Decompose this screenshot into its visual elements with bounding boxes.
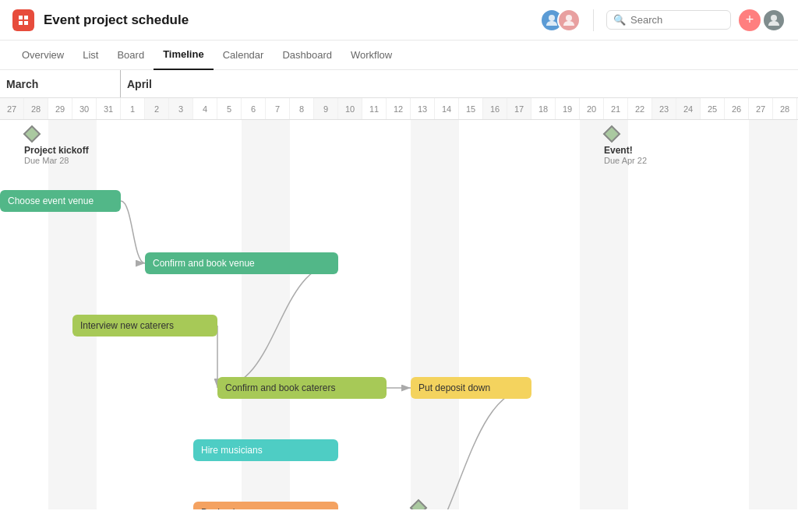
nav-item-calendar[interactable]: Calendar [214,41,274,70]
task-interview_caterers[interactable]: Interview new caterers [72,315,217,336]
task-put_deposit[interactable]: Put deposit down [411,377,531,399]
month-bar: March April [0,70,798,98]
month-march: March [0,70,121,97]
search-box[interactable]: 🔍 [606,10,731,30]
svg-rect-2 [19,21,23,25]
chart-area: Choose event venueConfirm and book venue… [0,120,798,509]
date-cell-11: 7 [266,98,290,119]
date-cell-31: 27 [749,98,773,119]
milestone-due-event: Due Apr 22 [604,156,647,165]
date-cell-25: 21 [604,98,628,119]
weekend-col-2 [48,120,72,509]
date-cell-13: 9 [314,98,338,119]
date-cell-20: 16 [483,98,507,119]
milestone-due-kickoff: Due Mar 28 [24,156,69,165]
search-icon: 🔍 [613,14,626,26]
date-cell-32: 28 [773,98,797,119]
svg-point-4 [549,15,555,21]
date-cell-12: 8 [290,98,314,119]
avatar-group [540,9,581,32]
date-cell-15: 11 [362,98,387,119]
milestone-label-event: Event! [604,145,633,156]
avatar-2 [557,9,581,32]
weekend-col-31 [749,120,773,509]
date-cell-23: 19 [556,98,580,119]
header-right: 🔍 + [540,9,786,32]
date-cell-0: 27 [0,98,24,119]
task-confirm_venue[interactable]: Confirm and book venue [145,252,338,274]
date-cell-30: 26 [725,98,749,119]
milestone-label-kickoff: Project kickoff [24,145,89,156]
svg-point-5 [566,15,572,21]
nav-item-list[interactable]: List [73,41,108,70]
date-cell-29: 25 [701,98,725,119]
svg-point-6 [771,15,777,21]
date-cell-14: 10 [338,98,362,119]
milestone-diamond-event [603,125,621,143]
milestone-event: Event!Due Apr 22 [604,128,647,165]
date-cell-24: 20 [580,98,604,119]
timeline-view: March April 2728293031123456789101112131… [0,70,798,509]
svg-rect-3 [24,21,28,25]
svg-rect-1 [24,16,28,19]
task-confirm_caterers[interactable]: Confirm and book caterers [217,377,387,399]
weekend-col-32 [773,120,797,509]
app-icon [12,9,34,31]
task-design_logo[interactable]: Design logo [193,502,338,509]
date-cell-6: 2 [145,98,169,119]
add-button[interactable]: + [739,9,761,31]
search-input[interactable] [630,14,724,26]
nav-item-timeline[interactable]: Timeline [154,41,214,70]
date-cell-7: 3 [169,98,193,119]
date-cell-2: 29 [48,98,72,119]
date-cell-21: 17 [507,98,531,119]
page-title: Event project schedule [44,12,540,28]
milestone-diamond-kickoff [23,125,41,143]
weekend-col-17 [411,120,435,509]
divider [593,9,594,31]
date-cell-8: 4 [193,98,217,119]
task-choose_venue[interactable]: Choose event venue [0,190,121,212]
avatar-3 [762,9,786,32]
weekend-col-24 [580,120,604,509]
weekend-col-18 [435,120,459,509]
nav-item-overview[interactable]: Overview [12,41,73,70]
month-april: April [121,70,798,97]
nav-item-workflow[interactable]: Workflow [341,41,401,70]
weekend-col-25 [604,120,628,509]
app-container: Event project schedule 🔍 + [0,0,798,509]
date-row: 2728293031123456789101112131415161718192… [0,98,798,120]
date-cell-27: 23 [652,98,676,119]
nav-item-dashboard[interactable]: Dashboard [273,41,341,70]
date-cell-26: 22 [628,98,652,119]
date-cell-18: 14 [435,98,459,119]
date-cell-9: 5 [217,98,242,119]
date-cell-17: 13 [411,98,435,119]
date-cell-5: 1 [121,98,145,119]
nav: Overview List Board Timeline Calendar Da… [0,41,798,70]
date-cell-3: 30 [72,98,97,119]
date-cell-1: 28 [24,98,48,119]
svg-rect-0 [19,16,23,19]
nav-item-board[interactable]: Board [108,41,154,70]
milestone-kickoff: Project kickoffDue Mar 28 [24,128,89,165]
header: Event project schedule 🔍 + [0,0,798,41]
milestone-begin_marketing: Begin event marketingDue Apr 14 [411,502,511,509]
task-hire_musicians[interactable]: Hire musicians [193,439,338,461]
date-cell-22: 18 [531,98,556,119]
date-cell-19: 15 [459,98,483,119]
date-cell-4: 31 [97,98,121,119]
date-cell-10: 6 [242,98,266,119]
date-cell-28: 24 [676,98,701,119]
date-cell-16: 12 [387,98,411,119]
